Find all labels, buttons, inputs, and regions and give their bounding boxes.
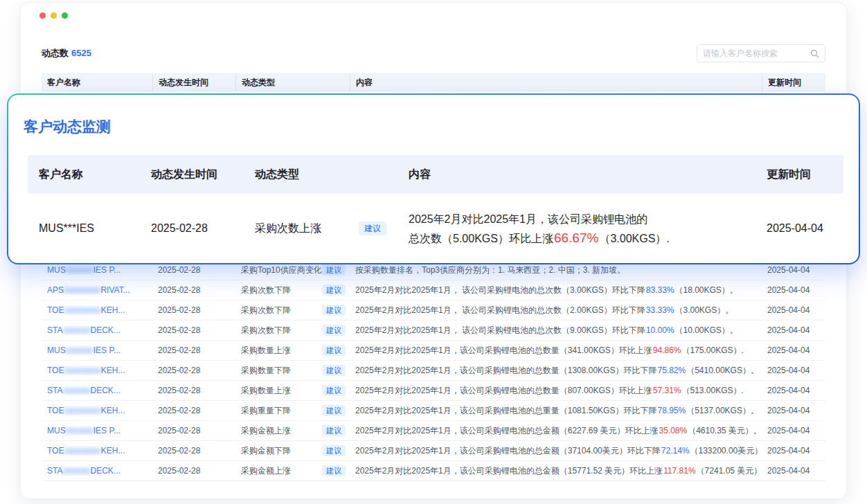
update-date-cell: 2025-04-04 — [762, 345, 825, 355]
toolbar: 动态数6525 — [42, 43, 825, 64]
content-cell: 2025年2月对比2025年1月，该公司采购锂电池的总数量（1308.00KGS… — [350, 365, 762, 377]
type-cell: 采购数量上涨 建议 — [235, 345, 350, 357]
overlay-title: 客户动态监测 — [24, 117, 111, 136]
occur-date-cell: 2025-02-28 — [152, 265, 235, 275]
type-cell: 采购重量下降 建议 — [235, 405, 350, 417]
column-header-customer: 客户名称 — [42, 74, 152, 91]
percent-change: 117.81% — [663, 466, 695, 476]
overlay-content-line1: 2025年2月对比2025年1月，该公司采购锂电池的 — [409, 210, 756, 228]
content-cell: 2025年2月对比2025年1月，该公司采购锂电池的总金额（15771.52 美… — [350, 465, 762, 477]
dynamics-count: 动态数6525 — [42, 47, 91, 60]
customer-search-box[interactable] — [697, 44, 825, 62]
content-cell: 2025年2月对比2025年1月，该公司采购锂电池的总金额（6227.69 美元… — [350, 425, 762, 437]
type-cell: 采购次数下降 建议 — [235, 285, 350, 296]
search-input[interactable] — [703, 48, 810, 58]
table-row[interactable]: MUSooooooIES P... 2025-02-28 采购数量上涨 建议 2… — [42, 341, 825, 361]
type-cell: 采购数量下降 建议 — [235, 365, 350, 377]
customer-name-link[interactable]: STAooooooDECK... — [47, 325, 120, 335]
suggestion-badge: 建议 — [322, 385, 346, 396]
overlay-header-row: 客户名称 动态发生时间 动态类型 内容 更新时间 — [28, 155, 843, 194]
update-date-cell: 2025-04-04 — [762, 426, 825, 435]
overlay-data-row[interactable]: MUS***IES 2025-02-28 采购次数上涨 建议 2025年2月对比… — [28, 194, 843, 263]
overlay-type-cell: 采购次数上涨 建议 — [244, 222, 397, 236]
percent-change: 75.82% — [657, 366, 686, 375]
content-cell: 2025年2月对比2025年1月，该公司采购锂电池的总数量（341.00KGS）… — [350, 345, 762, 357]
table-row[interactable]: STAooooooDECK... 2025-02-28 采购数量上涨 建议 20… — [42, 381, 825, 401]
dynamics-count-value: 6525 — [71, 48, 91, 58]
redacted-name-segment: oooooooo — [64, 446, 100, 456]
type-cell: 采购金额上涨 建议 — [235, 465, 350, 477]
percent-change: 72.14% — [661, 446, 690, 456]
type-cell: 采购金额上涨 建议 — [235, 425, 350, 437]
overlay-column-update-time: 更新时间 — [756, 168, 843, 182]
percent-change: 83.33% — [646, 285, 674, 295]
occur-date-cell: 2025-02-28 — [152, 386, 235, 395]
zoom-preview-card: 客户动态监测 客户名称 动态发生时间 动态类型 内容 更新时间 MUS***IE… — [7, 93, 860, 264]
customer-name-link[interactable]: MUSooooooIES P... — [47, 426, 120, 435]
table-row[interactable]: MUSooooooIES P... 2025-02-28 采购金额上涨 建议 2… — [42, 421, 825, 441]
type-cell: 采购数量上涨 建议 — [235, 385, 350, 397]
update-date-cell: 2025-04-04 — [762, 466, 825, 476]
customer-name-link[interactable]: STAooooooDECK... — [47, 386, 120, 395]
occur-date-cell: 2025-02-28 — [152, 466, 235, 476]
percent-change: 35.08% — [659, 426, 687, 435]
type-cell: 采购Top10供应商变化 建议 — [235, 264, 350, 276]
percent-change: 33.33% — [646, 305, 674, 315]
customer-name-link[interactable]: STAooooooDECK... — [47, 466, 120, 476]
redacted-name-segment: oooooooo — [64, 285, 100, 295]
dynamics-count-label: 动态数 — [42, 48, 69, 58]
suggestion-badge: 建议 — [322, 465, 346, 476]
content-cell: 2025年2月对比2025年1月， 该公司采购锂电池的总次数（9.00KGS）环… — [350, 325, 762, 336]
percent-change: 10.00% — [646, 325, 674, 335]
suggestion-badge: 建议 — [322, 345, 346, 356]
table-row[interactable]: TOEooooooooKEH... 2025-02-28 采购金额下降 建议 2… — [42, 441, 825, 461]
column-header-occur-time: 动态发生时间 — [152, 74, 235, 91]
table-row[interactable]: TOEooooooooKEH... 2025-02-28 采购数量下降 建议 2… — [42, 361, 825, 381]
table-row[interactable]: APSooooooooRIVAT... 2025-02-28 采购次数下降 建议… — [42, 280, 825, 300]
overlay-column-type: 动态类型 — [244, 168, 397, 182]
customer-name-link[interactable]: MUSooooooIES P... — [47, 265, 120, 275]
table-row[interactable]: TOEooooooooKEH... 2025-02-28 采购次数下降 建议 2… — [42, 300, 825, 321]
update-date-cell: 2025-04-04 — [762, 285, 825, 295]
customer-name-link[interactable]: TOEooooooooKEH... — [47, 446, 125, 456]
customer-name-link[interactable]: APSooooooooRIVAT... — [47, 285, 130, 295]
overlay-customer-name: MUS***IES — [28, 222, 140, 235]
occur-date-cell: 2025-02-28 — [152, 446, 235, 456]
suggestion-badge: 建议 — [322, 264, 346, 276]
minimize-window-button[interactable] — [51, 12, 57, 19]
occur-date-cell: 2025-02-28 — [152, 325, 235, 335]
overlay-suggestion-badge: 建议 — [359, 222, 386, 235]
table-row[interactable]: TOEooooooooKEH... 2025-02-28 采购重量下降 建议 2… — [42, 401, 825, 421]
update-date-cell: 2025-04-04 — [762, 325, 825, 335]
overlay-type-text: 采购次数上涨 — [255, 222, 321, 236]
suggestion-badge: 建议 — [322, 445, 346, 456]
update-date-cell: 2025-04-04 — [762, 386, 825, 395]
redacted-name-segment: oooooo — [66, 265, 93, 275]
update-date-cell: 2025-04-04 — [762, 366, 825, 375]
column-header-update-time: 更新时间 — [762, 74, 825, 91]
search-icon[interactable] — [810, 49, 819, 58]
customer-name-link[interactable]: MUSooooooIES P... — [47, 345, 120, 355]
suggestion-badge: 建议 — [322, 405, 346, 416]
suggestion-badge: 建议 — [322, 325, 346, 336]
type-cell: 采购次数下降 建议 — [235, 325, 350, 336]
content-cell: 2025年2月对比2025年1月， 该公司采购锂电池的总次数（2.00KGS）环… — [350, 305, 762, 316]
customer-name-link[interactable]: TOEooooooooKEH... — [47, 366, 125, 375]
occur-date-cell: 2025-02-28 — [152, 345, 235, 355]
suggestion-badge: 建议 — [322, 285, 346, 296]
customer-name-link[interactable]: TOEooooooooKEH... — [47, 305, 125, 315]
column-header-type: 动态类型 — [235, 74, 350, 91]
content-cell: 2025年2月对比2025年1月，该公司采购锂电池的总数量（807.00KGS）… — [350, 385, 762, 397]
table-row[interactable]: STAooooooDECK... 2025-02-28 采购次数下降 建议 20… — [42, 321, 825, 341]
zoom-window-button[interactable] — [62, 12, 68, 19]
overlay-content-line2: 总次数（5.00KGS）环比上涨66.67%（3.00KGS）. — [409, 228, 756, 248]
update-date-cell: 2025-04-04 — [762, 305, 825, 315]
overlay-column-customer: 客户名称 — [28, 168, 140, 182]
suggestion-badge: 建议 — [322, 425, 346, 436]
redacted-name-segment: oooooooo — [64, 406, 100, 415]
occur-date-cell: 2025-02-28 — [152, 366, 235, 375]
close-window-button[interactable] — [39, 12, 46, 19]
table-row[interactable]: STAooooooDECK... 2025-02-28 采购金额上涨 建议 20… — [42, 461, 825, 481]
customer-name-link[interactable]: TOEooooooooKEH... — [47, 406, 125, 415]
content-cell: 2025年2月对比2025年1月，该公司采购锂电池的总重量（1081.50KGS… — [350, 405, 762, 417]
